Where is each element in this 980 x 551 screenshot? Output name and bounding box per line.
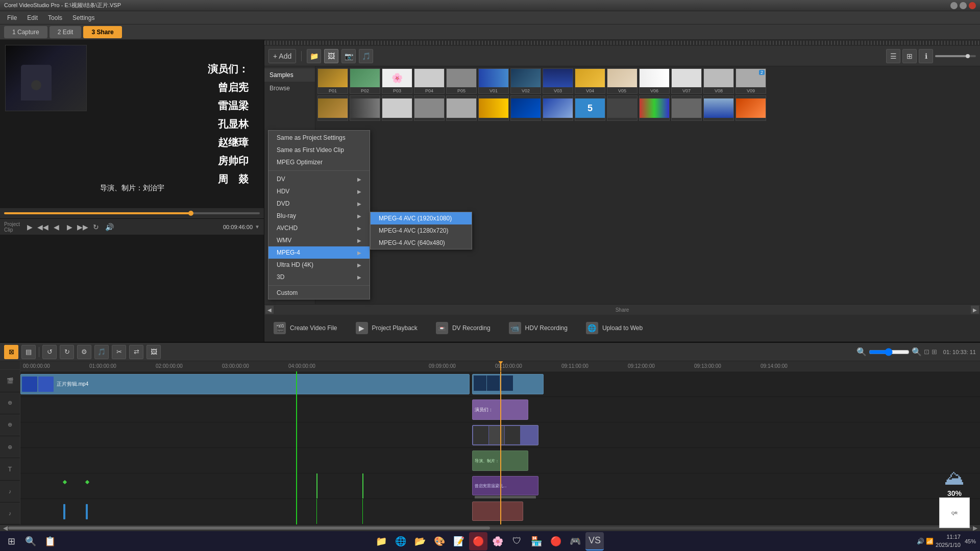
ctx-wmv[interactable]: WMV ▶ bbox=[268, 234, 370, 246]
image-icon-btn[interactable]: 📷 bbox=[341, 49, 356, 63]
ctx-avchd[interactable]: AVCHD ▶ bbox=[268, 222, 370, 234]
taskbar-photoshop[interactable]: 🎨 bbox=[430, 532, 449, 550]
taskbar-start[interactable]: ⊞ bbox=[2, 532, 20, 550]
media-thumb-v09[interactable]: 2 V09 bbox=[736, 68, 766, 94]
ctx-3d[interactable]: 3D ▶ bbox=[268, 271, 370, 283]
media-thumb-r2-8[interactable] bbox=[543, 95, 573, 121]
info-view-btn[interactable]: ℹ bbox=[919, 49, 933, 63]
next-frame-button[interactable]: ▶▶ bbox=[77, 221, 88, 233]
zoom-thumb[interactable] bbox=[966, 54, 970, 58]
media-thumb-r2-1[interactable] bbox=[317, 95, 348, 121]
loop-button[interactable]: ↻ bbox=[90, 221, 102, 233]
taskbar-app2[interactable]: 🌸 bbox=[488, 532, 507, 550]
menu-file[interactable]: File bbox=[2, 12, 22, 23]
taskbar-game[interactable]: 🎮 bbox=[566, 532, 584, 550]
ctx-mpeg-optimizer[interactable]: MPEG Optimizer bbox=[268, 156, 370, 168]
media-thumb-p03[interactable]: 🌸 P03 bbox=[382, 68, 412, 94]
menu-tools[interactable]: Tools bbox=[43, 12, 67, 23]
prev-button[interactable]: ◀ bbox=[51, 221, 62, 233]
director-clip[interactable]: 导演、制片： bbox=[472, 450, 528, 471]
tl-cut-btn[interactable]: ✂ bbox=[112, 345, 126, 359]
media-thumb-v03[interactable]: V03 bbox=[543, 68, 573, 94]
share-project-playback[interactable]: ▶ Project Playback bbox=[352, 320, 422, 336]
audio-clip-1[interactable] bbox=[472, 502, 523, 521]
media-thumb-r2-6[interactable] bbox=[478, 95, 509, 121]
add-button[interactable]: + Add bbox=[268, 49, 296, 63]
list-view-btn[interactable]: ☰ bbox=[886, 49, 900, 63]
tl-redo-btn[interactable]: ↻ bbox=[60, 345, 74, 359]
tab-share[interactable]: 3 Share bbox=[83, 26, 121, 38]
video-clip-2[interactable] bbox=[472, 374, 544, 394]
scrubber-track[interactable] bbox=[4, 212, 260, 214]
ctx-custom[interactable]: Custom bbox=[268, 287, 370, 299]
media-thumb-v02[interactable]: V02 bbox=[510, 68, 541, 94]
mpeg4-1920[interactable]: MPEG-4 AVC (980x551) bbox=[371, 212, 472, 224]
mpeg4-640[interactable]: MPEG-4 AVC (640x480) bbox=[371, 237, 472, 249]
mpeg4-1280[interactable]: MPEG-4 AVC (1280x720) bbox=[371, 224, 472, 237]
media-thumb-v01[interactable]: V01 bbox=[478, 68, 509, 94]
ctx-mpeg4[interactable]: MPEG-4 ▶ bbox=[268, 246, 370, 259]
media-thumb-p02[interactable]: P02 bbox=[350, 68, 380, 94]
taskbar-app3[interactable]: 🛡 bbox=[508, 532, 526, 550]
mute-button[interactable]: 🔊 bbox=[104, 221, 115, 233]
taskbar-folder2[interactable]: 📂 bbox=[411, 532, 429, 550]
media-thumb-p01[interactable]: P01 bbox=[317, 68, 348, 94]
zoom-track[interactable] bbox=[935, 55, 976, 57]
zoom-slider[interactable] bbox=[869, 348, 910, 356]
media-thumb-r2-4[interactable] bbox=[414, 95, 445, 121]
zoom-fit-btn[interactable]: ⊡ bbox=[924, 348, 929, 356]
image-clip[interactable] bbox=[472, 425, 538, 445]
media-thumb-r2-11[interactable] bbox=[639, 95, 670, 121]
ctx-bluray[interactable]: Blu-ray ▶ bbox=[268, 210, 370, 222]
tl-photo-btn[interactable]: 🖼 bbox=[146, 345, 161, 359]
tab-capture[interactable]: 1 Capture bbox=[4, 26, 47, 38]
taskbar-app1[interactable]: 🔴 bbox=[469, 532, 487, 550]
credits-clip[interactable]: 曾启宪雷温梁孔... bbox=[472, 476, 538, 495]
next-button[interactable]: ▶ bbox=[64, 221, 75, 233]
share-create-video[interactable]: 🎬 Create Video File bbox=[270, 320, 341, 336]
tl-timeline-btn[interactable]: ▤ bbox=[21, 345, 36, 359]
play-button[interactable]: ▶ bbox=[24, 221, 35, 233]
music-icon-btn[interactable]: 🎵 bbox=[359, 49, 373, 63]
media-thumb-v05[interactable]: V05 bbox=[607, 68, 638, 94]
minimize-button[interactable] bbox=[950, 2, 958, 9]
scrubber-thumb[interactable] bbox=[188, 211, 193, 216]
media-thumb-r2-14[interactable] bbox=[736, 95, 766, 121]
taskbar-chrome[interactable]: 🌐 bbox=[391, 532, 410, 550]
taskbar-videostudio[interactable]: VS bbox=[585, 532, 604, 550]
folder-icon-btn[interactable]: 📁 bbox=[307, 49, 321, 63]
grid-view-btn[interactable]: ⊞ bbox=[902, 49, 917, 63]
main-video-clip[interactable]: 正片剪辑.mp4 bbox=[20, 374, 470, 394]
expand-share-btn[interactable]: ▶ bbox=[971, 306, 979, 314]
sys-network[interactable]: 📶 bbox=[926, 538, 934, 545]
media-thumb-r2-7[interactable] bbox=[510, 95, 541, 121]
ctx-same-as-first-clip[interactable]: Same as First Video Clip bbox=[268, 144, 370, 156]
media-thumb-r2-9[interactable]: 5 bbox=[575, 95, 605, 121]
media-thumb-p04[interactable]: P04 bbox=[414, 68, 445, 94]
zoom-reset-btn[interactable]: ⊞ bbox=[932, 348, 937, 356]
media-thumb-r2-2[interactable] bbox=[350, 95, 380, 121]
scrubber-bar[interactable] bbox=[0, 208, 264, 218]
timeline-scrollbar[interactable]: ◀ ▶ bbox=[0, 524, 980, 531]
tl-undo-btn[interactable]: ↺ bbox=[42, 345, 57, 359]
tab-edit[interactable]: 2 Edit bbox=[50, 26, 82, 38]
taskbar-taskview[interactable]: 📋 bbox=[41, 532, 59, 550]
taskbar-clock[interactable]: 11:17 2025/1/10 bbox=[936, 533, 961, 549]
menu-settings[interactable]: Settings bbox=[67, 12, 100, 23]
taskbar-notepad[interactable]: 📝 bbox=[450, 532, 468, 550]
prev-frame-button[interactable]: ◀◀ bbox=[37, 221, 48, 233]
media-thumb-v08[interactable]: V08 bbox=[703, 68, 734, 94]
share-upload-web[interactable]: 🌐 Upload to Web bbox=[582, 320, 647, 336]
media-thumb-r2-13[interactable] bbox=[703, 95, 734, 121]
scroll-thumb[interactable] bbox=[8, 527, 490, 530]
ctx-hdv[interactable]: HDV ▶ bbox=[268, 185, 370, 197]
share-dv-recording[interactable]: 📼 DV Recording bbox=[432, 320, 495, 336]
scroll-track[interactable] bbox=[8, 527, 972, 530]
taskbar-app4[interactable]: 🔴 bbox=[547, 532, 565, 550]
taskbar-store[interactable]: 🏪 bbox=[527, 532, 546, 550]
ctx-ultra-hd[interactable]: Ultra HD (4K) ▶ bbox=[268, 259, 370, 271]
taskbar-search[interactable]: 🔍 bbox=[21, 532, 40, 550]
sidebar-item-browse[interactable]: Browse bbox=[264, 82, 315, 95]
ctx-same-as-project[interactable]: Same as Project Settings bbox=[268, 132, 370, 144]
tl-storyboard-btn[interactable]: ⊠ bbox=[4, 345, 18, 359]
